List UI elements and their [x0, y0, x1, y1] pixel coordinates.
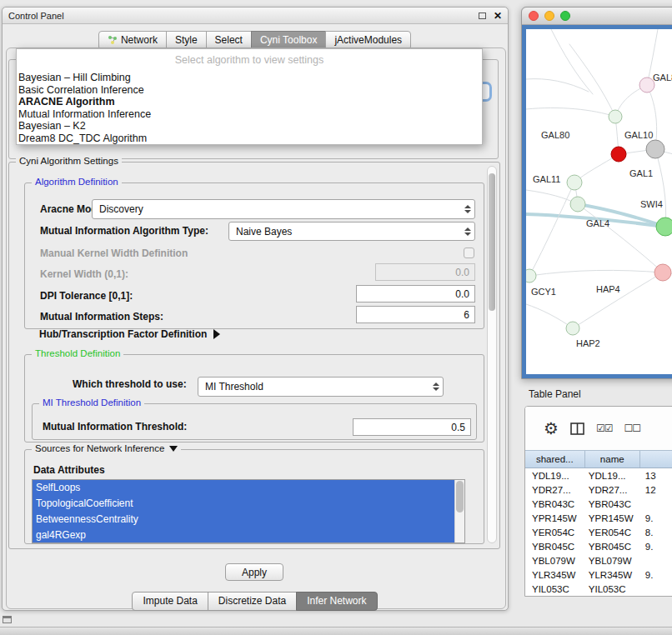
mi-threshold-field[interactable]: 0.5: [353, 418, 471, 436]
sources-title[interactable]: Sources for Network Inference: [32, 443, 181, 453]
column-header-name[interactable]: name: [585, 451, 640, 468]
column-header-extra[interactable]: [640, 451, 672, 468]
table-body: YDL19...YDL19...13YDR27...YDR27...12YBR0…: [525, 468, 672, 596]
columns-icon[interactable]: [570, 422, 584, 435]
mi-type-dropdown[interactable]: Naive Bayes: [228, 222, 475, 241]
table-cell: YBL079W: [585, 556, 640, 566]
network-edge[interactable]: [526, 79, 589, 92]
network-edge[interactable]: [526, 304, 573, 328]
table-row[interactable]: YER054CYER054C8.: [525, 525, 672, 539]
algorithm-option[interactable]: Mutual Information Inference: [17, 108, 482, 121]
network-node[interactable]: [526, 269, 536, 282]
network-window-titlebar: [522, 8, 672, 25]
float-window-icon[interactable]: [479, 12, 486, 19]
mi-threshold-group: MI Threshold Definition Mutual Informati…: [32, 403, 477, 440]
network-node[interactable]: [656, 218, 672, 236]
table-row[interactable]: YDL19...YDL19...13: [525, 468, 672, 482]
settings-scrollbar[interactable]: [487, 166, 497, 543]
tab-impute-data[interactable]: Impute Data: [132, 592, 208, 611]
attribute-list-item[interactable]: SelfLoops: [33, 480, 454, 496]
table-row[interactable]: YLR345WYLR345W9.: [525, 568, 672, 582]
select-all-columns-icon[interactable]: ☑☑: [596, 422, 613, 434]
network-node[interactable]: [646, 140, 664, 158]
close-traffic-light[interactable]: [529, 11, 539, 21]
table-row[interactable]: YBR043CYBR043C: [525, 497, 672, 511]
table-row[interactable]: YIL053CYIL053C: [525, 582, 672, 596]
mi-threshold-title: MI Threshold Definition: [39, 398, 144, 408]
network-view-window: GAL8GAL80GAL10GAL11GAL1SWI4GAL4GCY1HAP4H…: [521, 7, 672, 379]
network-node[interactable]: [566, 322, 579, 335]
attributes-scrollbar[interactable]: [454, 480, 464, 542]
table-row[interactable]: YPR145WYPR145W9.: [525, 511, 672, 525]
network-canvas[interactable]: GAL8GAL80GAL10GAL11GAL1SWI4GAL4GCY1HAP4H…: [522, 25, 672, 378]
network-node[interactable]: [570, 197, 585, 212]
network-edge[interactable]: [655, 149, 666, 227]
data-attributes-list[interactable]: SelfLoopsTopologicalCoefficientBetweenne…: [32, 479, 465, 543]
dpi-tolerance-value: 0.0: [455, 288, 469, 300]
table-cell: 9.: [640, 570, 672, 580]
table-cell: YBR043C: [525, 499, 585, 509]
algorithm-option[interactable]: ARACNE Algorithm: [17, 96, 482, 108]
data-attributes-label: Data Attributes: [33, 464, 105, 476]
table-cell: 8.: [640, 528, 672, 538]
scrollbar-thumb[interactable]: [489, 173, 495, 311]
network-edge[interactable]: [573, 272, 663, 328]
algorithm-option[interactable]: Bayesian – Hill Climbing: [17, 72, 482, 84]
control-panel-titlebar: Control Panel ✕: [3, 8, 508, 24]
minimize-traffic-light[interactable]: [544, 11, 554, 21]
mi-steps-field[interactable]: 6: [356, 306, 475, 323]
apply-button[interactable]: Apply: [225, 563, 283, 581]
network-node[interactable]: [611, 147, 626, 162]
restore-panel-icon[interactable]: [3, 616, 12, 623]
hub-tf-definition-toggle[interactable]: Hub/Transcription Factor Definition: [39, 328, 220, 340]
network-node[interactable]: [654, 264, 671, 281]
algorithm-dropdown-popup: Select algorithm to view settings Bayesi…: [16, 48, 483, 145]
table-cell: YER054C: [585, 528, 640, 538]
algorithm-option[interactable]: Bayesian – K2: [17, 120, 482, 132]
network-edge[interactable]: [551, 29, 593, 94]
table-cell: YPR145W: [525, 513, 585, 523]
close-icon[interactable]: ✕: [494, 11, 502, 21]
tab-discretize-data[interactable]: Discretize Data: [208, 592, 297, 611]
threshold-definition-title: Threshold Definition: [32, 348, 123, 358]
kernel-width-field[interactable]: 0.0: [375, 263, 475, 281]
network-node-label: SWI4: [640, 199, 663, 209]
table-cell: YDR27...: [525, 485, 585, 495]
gear-icon[interactable]: ⚙: [544, 420, 559, 437]
kernel-width-value: 0.0: [455, 267, 469, 278]
tab-label: jActiveModules: [334, 34, 402, 46]
table-cell: 12: [640, 485, 672, 495]
zoom-traffic-light[interactable]: [560, 11, 570, 21]
attribute-list-item[interactable]: BetweennessCentrality: [33, 512, 454, 528]
attribute-list-item[interactable]: TopologicalCoefficient: [33, 496, 454, 512]
collapsed-bottom-panel[interactable]: [0, 627, 672, 635]
table-toolbar: ⚙ ☑☑ ☐☐: [525, 407, 672, 450]
which-threshold-dropdown[interactable]: MI Threshold: [198, 377, 444, 397]
network-edge[interactable]: [529, 182, 574, 276]
table-header: shared... name: [525, 450, 672, 468]
tab-label: Style: [175, 34, 198, 46]
network-edge[interactable]: [526, 108, 615, 117]
table-row[interactable]: YBR045CYBR045C9.: [525, 539, 672, 553]
tab-infer-network[interactable]: Infer Network: [296, 592, 377, 611]
algorithm-definition-title: Algorithm Definition: [32, 177, 122, 187]
manual-kernel-checkbox[interactable]: [464, 248, 474, 258]
dpi-tolerance-field[interactable]: 0.0: [356, 285, 475, 302]
network-node[interactable]: [567, 175, 582, 190]
algorithm-option[interactable]: Basic Correlation Inference: [17, 84, 482, 97]
network-node[interactable]: [609, 110, 622, 123]
scrollbar-thumb[interactable]: [456, 481, 464, 512]
network-edge[interactable]: [569, 44, 615, 117]
column-header-shared-name[interactable]: shared...: [525, 451, 585, 468]
table-row[interactable]: YBL079WYBL079W: [525, 553, 672, 568]
aracne-mode-dropdown[interactable]: Discovery: [92, 199, 475, 219]
algorithm-option[interactable]: Dream8 DC_TDC Algorithm: [17, 132, 482, 145]
network-node-label: HAP4: [596, 284, 620, 294]
unselect-all-columns-icon[interactable]: ☐☐: [624, 422, 640, 434]
attribute-list-item[interactable]: gal4RGexp: [33, 528, 454, 543]
table-cell: YIL053C: [585, 584, 640, 594]
network-edge[interactable]: [529, 270, 663, 276]
table-row[interactable]: YDR27...YDR27...12: [525, 482, 672, 497]
window-title: Control Panel: [8, 11, 479, 21]
table-cell: YDL19...: [585, 471, 640, 481]
